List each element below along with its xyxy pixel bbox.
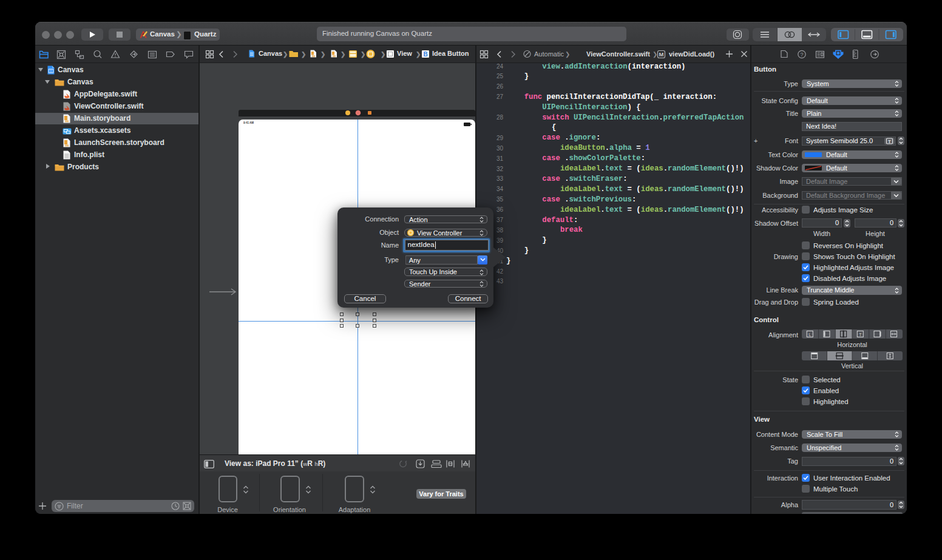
svg-text:❯: ❯ — [416, 51, 421, 58]
svg-text:❯: ❯ — [565, 51, 570, 58]
svg-text:?: ? — [800, 52, 803, 58]
svg-text:L: L — [808, 332, 811, 337]
svg-text:B: B — [423, 51, 427, 58]
svg-text:❯: ❯ — [301, 51, 306, 58]
svg-text:❯: ❯ — [361, 51, 365, 58]
svg-text:T: T — [888, 139, 891, 144]
svg-text:❯: ❯ — [341, 51, 345, 58]
svg-text:T: T — [859, 332, 862, 337]
svg-text:❯: ❯ — [381, 51, 385, 58]
svg-text:❯: ❯ — [652, 51, 657, 58]
svg-text:❯: ❯ — [283, 51, 288, 58]
svg-text:❯: ❯ — [320, 51, 325, 58]
svg-text:M: M — [659, 51, 664, 58]
